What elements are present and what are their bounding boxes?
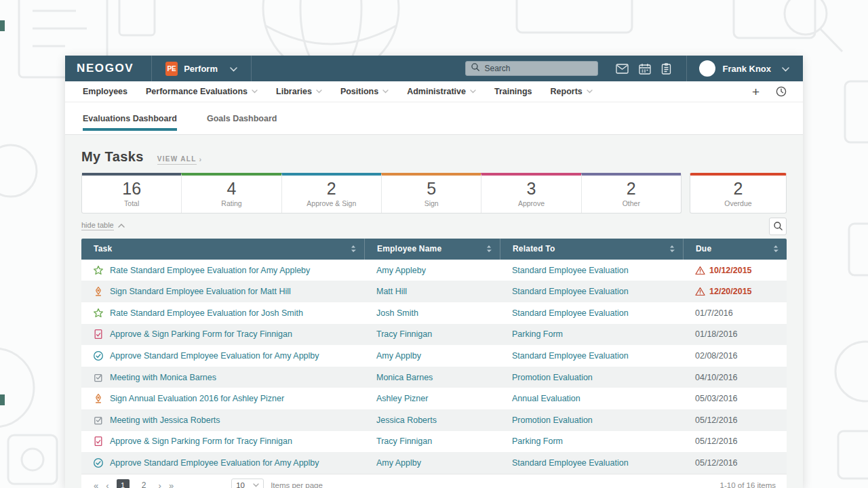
task-card-approve[interactable]: 3 Approve xyxy=(481,173,580,213)
task-card-approve-sign[interactable]: 2 Approve & Sign xyxy=(281,173,381,213)
task-link[interactable]: Sign Standard Employee Evaluation for Ma… xyxy=(110,287,291,296)
task-link[interactable]: Sign Annual Evaluation 2016 for Ashley P… xyxy=(110,394,284,403)
table-body: Rate Standard Employee Evaluation for Am… xyxy=(81,260,787,474)
nav-item-performance-evaluations[interactable]: Performance Evaluations xyxy=(146,87,258,96)
employee-link[interactable]: Amy Appleby xyxy=(376,266,426,275)
prev-page-button[interactable]: ‹ xyxy=(106,481,108,488)
card-count: 4 xyxy=(182,179,281,199)
table-search-button[interactable] xyxy=(769,218,787,235)
product-switcher[interactable]: PE Perform xyxy=(152,62,251,76)
task-card-rating[interactable]: 4 Rating xyxy=(181,173,281,213)
chevron-up-icon xyxy=(118,224,125,228)
employee-link[interactable]: Amy Applby xyxy=(376,458,421,468)
nav-item-employees[interactable]: Employees xyxy=(83,87,127,96)
related-to-link[interactable]: Parking Form xyxy=(512,329,563,339)
related-to-link[interactable]: Promotion Evaluation xyxy=(512,373,593,382)
product-badge: PE xyxy=(165,62,178,76)
employee-cell: Jessica Roberts xyxy=(364,415,500,425)
user-menu[interactable]: Frank Knox xyxy=(687,56,803,81)
related-to-cell: Standard Employee Evaluation xyxy=(500,458,683,468)
table-row: Rate Standard Employee Evaluation for Am… xyxy=(81,260,787,281)
card-label: Total xyxy=(82,199,181,207)
related-to-link[interactable]: Standard Employee Evaluation xyxy=(512,351,629,361)
employee-link[interactable]: Matt Hill xyxy=(376,287,407,296)
last-page-button[interactable]: » xyxy=(169,481,173,488)
task-link[interactable]: Rate Standard Employee Evaluation for Am… xyxy=(110,266,310,275)
page-title: My Tasks xyxy=(81,149,144,165)
related-to-cell: Parking Form xyxy=(500,436,683,446)
add-icon[interactable]: + xyxy=(752,85,760,98)
task-link[interactable]: Rate Standard Employee Evaluation for Jo… xyxy=(110,308,303,318)
view-all-link[interactable]: VIEW ALL › xyxy=(157,155,203,165)
card-count: 16 xyxy=(82,179,181,199)
column-header-employee-name[interactable]: Employee Name xyxy=(364,239,500,260)
nav-item-libraries[interactable]: Libraries xyxy=(276,87,322,96)
task-link[interactable]: Approve & Sign Parking Form for Tracy Fi… xyxy=(110,436,292,446)
sort-icon[interactable] xyxy=(351,245,356,253)
global-search[interactable] xyxy=(465,61,598,76)
tab-goals-dashboard[interactable]: Goals Dashboard xyxy=(207,102,277,134)
task-card-sign[interactable]: 5 Sign xyxy=(381,173,481,213)
related-to-cell: Standard Employee Evaluation xyxy=(500,351,683,361)
employee-link[interactable]: Amy Applby xyxy=(376,351,421,361)
tab-evaluations-dashboard[interactable]: Evaluations Dashboard xyxy=(83,102,177,134)
related-to-link[interactable]: Standard Employee Evaluation xyxy=(512,266,629,275)
related-to-link[interactable]: Promotion Evaluation xyxy=(512,415,593,425)
nav-item-trainings[interactable]: Trainings xyxy=(494,87,532,96)
employee-cell: Amy Applby xyxy=(364,351,500,361)
employee-cell: Tracy Finnigan xyxy=(364,329,500,339)
overdue-card[interactable]: 2 Overdue xyxy=(690,173,787,214)
items-per-page-select[interactable]: 10 xyxy=(231,479,264,488)
mail-icon[interactable] xyxy=(616,64,629,74)
card-label: Rating xyxy=(182,199,281,207)
task-link[interactable]: Meeting with Monica Barnes xyxy=(110,373,216,382)
employee-link[interactable]: Monica Barnes xyxy=(376,373,433,382)
items-per-page-value: 10 xyxy=(236,481,245,488)
employee-link[interactable]: Ashley Pizner xyxy=(376,394,428,403)
due-cell: 05/12/2016 xyxy=(683,458,787,468)
hide-table-link[interactable]: hide table xyxy=(81,221,125,230)
next-page-button[interactable]: › xyxy=(159,481,161,488)
history-clock-icon[interactable] xyxy=(776,86,787,97)
neogov-logo[interactable]: NEOGOV xyxy=(65,62,151,75)
task-link[interactable]: Approve Standard Employee Evaluation for… xyxy=(110,351,319,361)
nav-item-reports[interactable]: Reports xyxy=(551,87,593,96)
first-page-button[interactable]: « xyxy=(94,481,98,488)
employee-link[interactable]: Josh Smith xyxy=(376,308,418,318)
task-link[interactable]: Approve Standard Employee Evaluation for… xyxy=(110,458,319,468)
due-cell: 05/03/2016 xyxy=(683,394,787,403)
employee-link[interactable]: Tracy Finnigan xyxy=(376,436,432,446)
nav-item-administrative[interactable]: Administrative xyxy=(407,87,476,96)
search-input[interactable] xyxy=(484,64,593,73)
employee-link[interactable]: Jessica Roberts xyxy=(376,415,437,425)
content-area: My Tasks VIEW ALL › 16 Total4 Rating2 Ap… xyxy=(65,135,803,488)
sign-pen-icon xyxy=(93,393,104,404)
column-label: Task xyxy=(94,244,112,253)
task-card-other[interactable]: 2 Other xyxy=(581,173,681,213)
employee-link[interactable]: Tracy Finnigan xyxy=(376,329,432,339)
sort-icon[interactable] xyxy=(669,245,675,253)
column-header-related-to[interactable]: Related To xyxy=(500,239,683,260)
calendar-icon[interactable] xyxy=(639,63,651,75)
nav-item-positions[interactable]: Positions xyxy=(340,87,389,96)
sort-icon[interactable] xyxy=(486,245,492,253)
related-to-link[interactable]: Standard Employee Evaluation xyxy=(512,308,629,318)
related-to-link[interactable]: Annual Evaluation xyxy=(512,394,580,403)
task-link[interactable]: Meeting with Jessica Roberts xyxy=(110,415,220,425)
rate-star-icon xyxy=(93,308,104,319)
task-cell: Approve Standard Employee Evaluation for… xyxy=(81,458,364,468)
column-header-due[interactable]: Due xyxy=(683,239,787,260)
related-to-link[interactable]: Standard Employee Evaluation xyxy=(512,287,629,296)
related-to-link[interactable]: Parking Form xyxy=(512,436,563,446)
pagination-bar: « ‹ 12 › » 10 Items per page 1-10 of 16 … xyxy=(81,474,787,488)
column-header-task[interactable]: Task xyxy=(81,239,364,260)
table-row: Rate Standard Employee Evaluation for Jo… xyxy=(81,302,787,324)
sort-icon[interactable] xyxy=(773,245,778,253)
due-cell: 10/12/2015 xyxy=(683,266,787,275)
task-link[interactable]: Approve & Sign Parking Form for Tracy Fi… xyxy=(110,329,292,339)
clipboard-icon[interactable] xyxy=(661,63,671,75)
page-button-1[interactable]: 1 xyxy=(117,479,130,488)
page-button-2[interactable]: 2 xyxy=(138,479,151,488)
related-to-link[interactable]: Standard Employee Evaluation xyxy=(512,458,629,468)
task-card-total[interactable]: 16 Total xyxy=(82,173,181,213)
